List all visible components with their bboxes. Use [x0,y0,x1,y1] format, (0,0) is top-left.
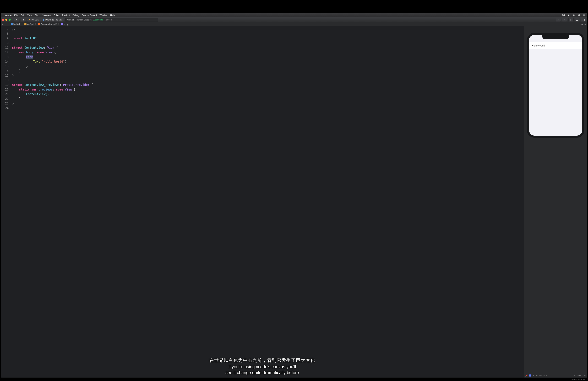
toggle-debug-area-button[interactable] [575,18,580,22]
svg-rect-8 [570,19,570,21]
pin-preview-icon[interactable]: 📌 [525,374,528,377]
activity-prefix: WeSplit | Preview WeSplit: [67,19,91,21]
menu-file[interactable]: File [14,14,18,17]
form-cell-text: Hello World [532,44,545,47]
menu-view[interactable]: View [27,14,32,17]
line-number-gutter: 789101112131415161718192021222324 [1,26,10,378]
scheme-selector[interactable]: ✦WeSplit 〉 ▮iPhone 11 Pro Max [27,18,64,22]
related-items-icon[interactable]: ⊞ [2,23,3,25]
menu-product[interactable]: Product [62,14,70,17]
menu-find[interactable]: Find [35,14,39,17]
editor-options-icon[interactable]: ≣ [581,23,583,25]
activity-status: Succeeded [93,19,103,21]
code-content[interactable]: // import SwiftUI struct ContentView: Vi… [10,26,524,378]
menu-debug[interactable]: Debug [73,14,79,17]
activity-time: 2.687s [105,19,112,21]
window-controls [2,19,11,21]
toggle-inspector-button[interactable] [581,18,586,22]
app-name[interactable]: Xcode [5,14,12,17]
close-window-button[interactable] [2,19,4,21]
control-center-icon[interactable] [583,14,586,17]
menu-window[interactable]: Window [100,14,107,17]
preview-canvas: Hello World 📌 Form 414×818 － 75% ＋ [524,26,587,378]
menu-help[interactable]: Help [110,14,115,17]
menu-source-control[interactable]: Source Control [82,14,97,17]
jump-file: ContentView.swift [41,23,57,25]
jump-bar[interactable]: ⊞ 〈 〉 WeSplit 〉 WeSplit 〉 ContentView.sw… [1,22,587,26]
macos-menubar: Xcode File Edit View Find Navigate Edito… [1,13,587,17]
preview-size: 414×818 [539,374,547,377]
nav-forward-button[interactable]: 〉 [8,23,10,26]
scheme-project: WeSplit [31,19,39,21]
nav-back-button[interactable]: 〈 [4,23,6,26]
toggle-navigator-button[interactable] [568,18,574,22]
menu-edit[interactable]: Edit [21,14,24,17]
library-add-button[interactable]: ＋ [556,18,561,22]
minimize-window-button[interactable] [5,19,7,21]
wifi-icon[interactable] [572,14,575,17]
code-editor[interactable]: 789101112131415161718192021222324 // imp… [1,26,524,378]
svg-point-2 [578,14,580,16]
xcode-window: ▶ ◼ ✦WeSplit 〉 ▮iPhone 11 Pro Max WeSpli… [1,17,587,378]
zoom-out-button[interactable]: － [573,374,575,377]
form-cell: Hello World [529,42,582,49]
scheme-device: iPhone 11 Pro Max [45,19,63,21]
preview-label: Form [533,374,537,377]
zoom-level: 75% [577,374,581,377]
screen-mirroring-icon[interactable] [562,14,565,17]
run-button[interactable]: ▶ [14,18,19,22]
svg-rect-12 [584,19,585,21]
code-review-button[interactable]: ⇄ [562,18,567,22]
canvas-footer: 📌 Form 414×818 － 75% ＋ [524,373,587,378]
activity-viewer: WeSplit | Preview WeSplit: Succeeded | 2… [65,18,158,22]
simulator-device[interactable]: Hello World [527,33,584,138]
preview-type-icon [529,375,531,377]
stop-button[interactable]: ◼ [21,18,26,22]
volume-icon[interactable] [567,14,570,17]
jump-symbol: body [64,23,68,25]
svg-marker-1 [563,16,564,16]
add-editor-icon[interactable]: ▥ [584,23,586,25]
watermark: CSDN @Chenxi_Qiu [570,379,586,380]
spotlight-icon[interactable] [578,14,580,17]
jump-folder: WeSplit [27,23,34,25]
menu-editor[interactable]: Editor [53,14,59,17]
menu-navigate[interactable]: Navigate [42,14,51,17]
zoom-in-button[interactable]: ＋ [584,374,586,377]
jump-project: WeSplit [13,23,20,25]
zoom-window-button[interactable] [9,19,11,21]
svg-rect-10 [576,20,578,21]
xcode-toolbar: ▶ ◼ ✦WeSplit 〉 ▮iPhone 11 Pro Max WeSpli… [1,17,587,22]
svg-line-3 [579,16,580,16]
svg-rect-0 [563,14,565,16]
